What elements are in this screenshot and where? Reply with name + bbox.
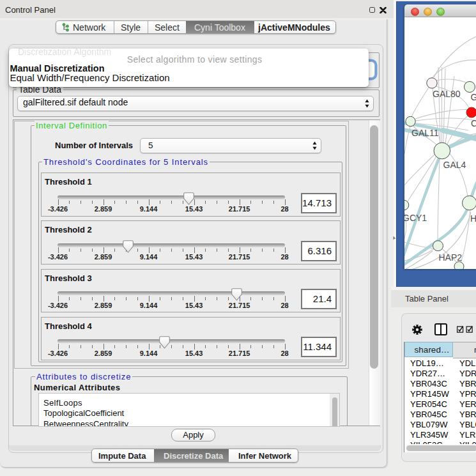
svg-text:GAL11: GAL11: [411, 128, 439, 138]
svg-text:HAP2: HAP2: [439, 252, 463, 263]
svg-text:GCY1: GCY1: [404, 213, 427, 223]
svg-text:GA: GA: [471, 92, 476, 102]
svg-text:GAL4: GAL4: [443, 160, 466, 170]
svg-text:H: H: [470, 213, 476, 224]
svg-text:GAL80: GAL80: [433, 89, 461, 99]
svg-text:C: C: [471, 118, 476, 128]
